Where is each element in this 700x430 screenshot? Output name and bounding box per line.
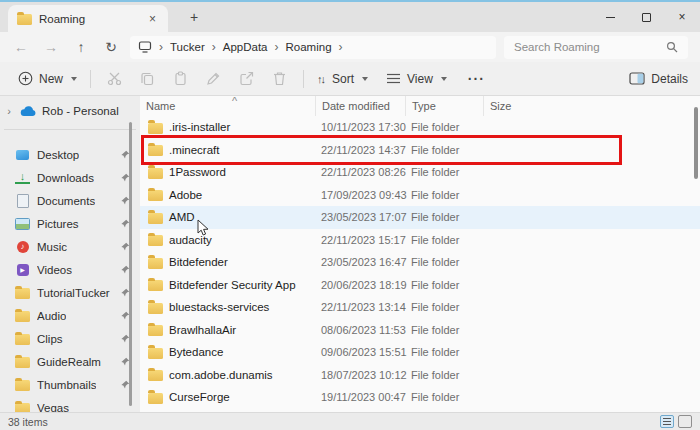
cut-button[interactable]: [98, 67, 131, 90]
sidebar-item-onedrive[interactable]: › Rob - Personal: [0, 100, 140, 122]
file-type: File folder: [405, 301, 483, 313]
sidebar-item-tutorialtucker[interactable]: TutorialTucker: [0, 281, 140, 304]
tab-bar: Roaming × + ×: [0, 2, 700, 32]
sidebar-item-videos[interactable]: Videos: [0, 258, 140, 281]
table-row[interactable]: audacity 22/11/2023 15:17 File folder: [140, 229, 700, 252]
table-row[interactable]: bluestacks-services 22/11/2023 13:14 Fil…: [140, 296, 700, 319]
items-count: 38 items: [8, 416, 48, 428]
tab-roaming[interactable]: Roaming ×: [8, 5, 168, 32]
more-options-button[interactable]: ···: [459, 67, 494, 91]
up-button[interactable]: ↑: [66, 39, 96, 55]
table-row[interactable]: .minecraft 22/11/2023 14:37 File folder: [140, 139, 700, 162]
search-input[interactable]: Search Roaming: [504, 36, 688, 59]
chevron-down-icon: [441, 77, 447, 81]
table-row[interactable]: AMD 23/05/2023 17:07 File folder: [140, 206, 700, 229]
sidebar-item-music[interactable]: Music: [0, 235, 140, 258]
trash-icon: [272, 71, 287, 86]
chevron-right-icon[interactable]: ›: [212, 40, 216, 54]
close-button[interactable]: ×: [664, 2, 700, 32]
folder-icon: [148, 235, 163, 246]
file-type: File folder: [405, 256, 483, 268]
ellipsis-icon: ···: [468, 71, 485, 87]
sidebar-item-documents[interactable]: Documents: [0, 189, 140, 212]
folder-icon: [148, 303, 163, 314]
desktop-icon: [138, 41, 152, 53]
sidebar-item-guiderealm[interactable]: GuideRealm: [0, 350, 140, 373]
maximize-button[interactable]: [628, 2, 664, 32]
large-icons-view-toggle[interactable]: [678, 415, 692, 428]
chevron-right-icon[interactable]: ›: [339, 40, 343, 54]
table-row[interactable]: 1Password 22/11/2023 08:26 File folder: [140, 161, 700, 184]
folder-icon: [148, 325, 163, 336]
file-rows: .iris-installer 10/11/2023 17:30 File fo…: [140, 116, 700, 409]
sidebar-item-label: Documents: [37, 195, 95, 207]
table-row[interactable]: .iris-installer 10/11/2023 17:30 File fo…: [140, 116, 700, 139]
breadcrumb-item[interactable]: Tucker: [170, 41, 205, 53]
file-list-scrollbar[interactable]: [694, 107, 698, 179]
sort-button[interactable]: ↑↓ Sort: [311, 68, 374, 90]
sidebar-item-label: Vegas: [37, 402, 69, 413]
table-row[interactable]: Bitdefender 23/05/2023 16:47 File folder: [140, 251, 700, 274]
file-type: File folder: [405, 189, 483, 201]
details-pane-button[interactable]: Details: [629, 72, 688, 86]
delete-button[interactable]: [263, 67, 296, 90]
expand-chevron-icon[interactable]: ›: [4, 105, 14, 117]
folder-icon: [148, 190, 163, 201]
file-date-modified: 23/05/2023 16:47: [315, 256, 405, 268]
column-header-name[interactable]: Name: [140, 96, 315, 116]
sidebar-item-label: Music: [37, 241, 67, 253]
file-name: Bitdefender Security App: [169, 279, 296, 291]
sidebar-scrollbar[interactable]: [129, 122, 132, 406]
sidebar-item-clips[interactable]: Clips: [0, 327, 140, 350]
navigation-sidebar: › Rob - Personal Desktop Downloads Docum…: [0, 96, 140, 412]
file-explorer-window: Roaming × + × ← → ↑ ↻ › Tucker›AppData›R…: [0, 0, 700, 430]
breadcrumb-item[interactable]: Roaming: [286, 41, 332, 53]
table-row[interactable]: Adobe 17/09/2023 09:43 File folder: [140, 184, 700, 207]
file-name: bluestacks-services: [169, 301, 269, 313]
breadcrumb[interactable]: › Tucker›AppData›Roaming›: [130, 36, 496, 59]
copy-button[interactable]: [131, 67, 164, 90]
onedrive-label: Rob - Personal: [42, 105, 119, 117]
file-name: com.adobe.dunamis: [169, 369, 273, 381]
column-header-type[interactable]: Type: [405, 96, 483, 116]
table-row[interactable]: Bitdefender Security App 20/06/2023 18:1…: [140, 274, 700, 297]
column-header-date-modified[interactable]: Date modified: [315, 96, 405, 116]
table-row[interactable]: BrawlhallaAir 08/06/2023 11:53 File fold…: [140, 319, 700, 342]
rename-button[interactable]: [197, 67, 230, 90]
minimize-button[interactable]: [592, 2, 628, 32]
sidebar-item-desktop[interactable]: Desktop: [0, 143, 140, 166]
back-button[interactable]: ←: [6, 39, 36, 55]
table-row[interactable]: CurseForge 19/11/2023 00:47 File folder: [140, 386, 700, 409]
table-row[interactable]: com.adobe.dunamis 18/07/2023 10:12 File …: [140, 364, 700, 387]
file-name: .minecraft: [169, 144, 220, 156]
sidebar-item-thumbnails[interactable]: Thumbnails: [0, 373, 140, 396]
tab-close-icon[interactable]: ×: [146, 12, 159, 26]
rename-icon: [206, 71, 221, 86]
file-name: Bitdefender: [169, 256, 228, 268]
sidebar-item-vegas[interactable]: Vegas: [0, 396, 140, 412]
sidebar-item-downloads[interactable]: Downloads: [0, 166, 140, 189]
window-controls: ×: [592, 2, 700, 32]
table-row[interactable]: Bytedance 09/06/2023 15:51 File folder: [140, 341, 700, 364]
new-tab-button[interactable]: +: [182, 7, 206, 27]
view-button[interactable]: View: [380, 68, 453, 90]
sidebar-item-audio[interactable]: Audio: [0, 304, 140, 327]
forward-button[interactable]: →: [36, 39, 66, 55]
sidebar-item-pictures[interactable]: Pictures: [0, 212, 140, 235]
navigation-bar: ← → ↑ ↻ › Tucker›AppData›Roaming› Search…: [0, 32, 700, 62]
details-view-toggle[interactable]: [660, 415, 674, 428]
copy-icon: [140, 71, 155, 86]
breadcrumb-item[interactable]: AppData: [223, 41, 268, 53]
share-button[interactable]: [230, 67, 263, 90]
refresh-button[interactable]: ↻: [96, 39, 126, 55]
column-header-size[interactable]: Size: [483, 96, 700, 116]
paste-button[interactable]: [164, 67, 197, 90]
chevron-right-icon[interactable]: ›: [275, 40, 279, 54]
folder-icon: [15, 403, 30, 412]
column-headers: ^ Name Date modified Type Size: [140, 96, 700, 116]
toolbar-separator: [90, 70, 91, 88]
new-button[interactable]: New: [12, 67, 83, 90]
folder-icon: [15, 380, 30, 391]
chevron-down-icon: [362, 77, 368, 81]
folder-icon: [15, 334, 30, 345]
